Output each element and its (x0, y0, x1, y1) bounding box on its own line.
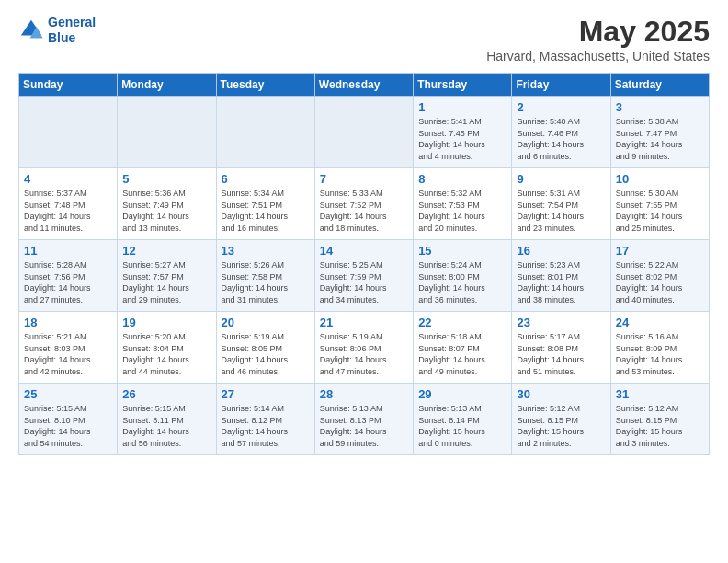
calendar-cell: 16Sunrise: 5:23 AM Sunset: 8:01 PM Dayli… (512, 240, 610, 312)
day-detail: Sunrise: 5:13 AM Sunset: 8:14 PM Dayligh… (418, 403, 506, 449)
day-detail: Sunrise: 5:30 AM Sunset: 7:55 PM Dayligh… (616, 188, 704, 234)
calendar-cell: 26Sunrise: 5:15 AM Sunset: 8:11 PM Dayli… (118, 384, 216, 455)
day-detail: Sunrise: 5:16 AM Sunset: 8:09 PM Dayligh… (616, 331, 704, 377)
day-detail: Sunrise: 5:28 AM Sunset: 7:56 PM Dayligh… (24, 259, 112, 305)
day-number: 11 (24, 244, 112, 258)
day-number: 6 (222, 172, 310, 186)
day-number: 19 (122, 316, 210, 329)
day-detail: Sunrise: 5:38 AM Sunset: 7:47 PM Dayligh… (616, 116, 704, 162)
calendar-week-4: 18Sunrise: 5:21 AM Sunset: 8:03 PM Dayli… (19, 312, 710, 384)
day-detail: Sunrise: 5:40 AM Sunset: 7:46 PM Dayligh… (517, 116, 605, 162)
day-detail: Sunrise: 5:21 AM Sunset: 8:03 PM Dayligh… (24, 331, 112, 377)
day-number: 25 (24, 387, 112, 401)
calendar-cell: 1Sunrise: 5:41 AM Sunset: 7:45 PM Daylig… (414, 97, 512, 168)
day-number: 27 (222, 387, 310, 401)
calendar-cell: 24Sunrise: 5:16 AM Sunset: 8:09 PM Dayli… (610, 312, 709, 384)
calendar-cell: 27Sunrise: 5:14 AM Sunset: 8:12 PM Dayli… (216, 384, 314, 455)
day-detail: Sunrise: 5:23 AM Sunset: 8:01 PM Dayligh… (517, 259, 605, 305)
col-tuesday: Tuesday (216, 74, 314, 97)
calendar-cell: 8Sunrise: 5:32 AM Sunset: 7:53 PM Daylig… (414, 168, 512, 240)
day-number: 7 (320, 172, 408, 186)
calendar-week-3: 11Sunrise: 5:28 AM Sunset: 7:56 PM Dayli… (19, 240, 710, 312)
page-container: General Blue May 2025 Harvard, Massachus… (0, 0, 728, 465)
calendar-cell: 28Sunrise: 5:13 AM Sunset: 8:13 PM Dayli… (314, 384, 413, 455)
day-number: 20 (222, 316, 310, 329)
calendar-cell (314, 97, 413, 168)
day-number: 31 (616, 387, 704, 401)
day-detail: Sunrise: 5:41 AM Sunset: 7:45 PM Dayligh… (418, 116, 506, 162)
logo-line1: General (48, 15, 96, 29)
day-number: 26 (122, 387, 210, 401)
day-number: 15 (418, 244, 506, 258)
calendar-cell: 19Sunrise: 5:20 AM Sunset: 8:04 PM Dayli… (118, 312, 216, 384)
day-detail: Sunrise: 5:12 AM Sunset: 8:15 PM Dayligh… (616, 403, 704, 449)
calendar-week-2: 4Sunrise: 5:37 AM Sunset: 7:48 PM Daylig… (19, 168, 710, 240)
day-detail: Sunrise: 5:31 AM Sunset: 7:54 PM Dayligh… (517, 188, 605, 234)
calendar-cell: 21Sunrise: 5:19 AM Sunset: 8:06 PM Dayli… (314, 312, 413, 384)
day-detail: Sunrise: 5:17 AM Sunset: 8:08 PM Dayligh… (517, 331, 605, 377)
col-thursday: Thursday (414, 74, 512, 97)
calendar-cell: 4Sunrise: 5:37 AM Sunset: 7:48 PM Daylig… (19, 168, 118, 240)
day-detail: Sunrise: 5:13 AM Sunset: 8:13 PM Dayligh… (320, 403, 408, 449)
day-number: 2 (517, 100, 605, 114)
day-number: 8 (418, 172, 506, 186)
day-number: 24 (616, 316, 704, 329)
calendar-week-5: 25Sunrise: 5:15 AM Sunset: 8:10 PM Dayli… (19, 384, 710, 455)
calendar-cell: 22Sunrise: 5:18 AM Sunset: 8:07 PM Dayli… (414, 312, 512, 384)
calendar-cell: 31Sunrise: 5:12 AM Sunset: 8:15 PM Dayli… (610, 384, 709, 455)
day-detail: Sunrise: 5:20 AM Sunset: 8:04 PM Dayligh… (122, 331, 210, 377)
day-detail: Sunrise: 5:22 AM Sunset: 8:02 PM Dayligh… (616, 259, 704, 305)
day-detail: Sunrise: 5:18 AM Sunset: 8:07 PM Dayligh… (418, 331, 506, 377)
day-number: 12 (122, 244, 210, 258)
day-number: 22 (418, 316, 506, 329)
calendar-table: Sunday Monday Tuesday Wednesday Thursday… (18, 73, 710, 455)
calendar-cell (118, 97, 216, 168)
calendar-cell: 10Sunrise: 5:30 AM Sunset: 7:55 PM Dayli… (610, 168, 709, 240)
calendar-cell: 9Sunrise: 5:31 AM Sunset: 7:54 PM Daylig… (512, 168, 610, 240)
calendar-cell: 17Sunrise: 5:22 AM Sunset: 8:02 PM Dayli… (610, 240, 709, 312)
day-number: 3 (616, 100, 704, 114)
calendar-cell: 20Sunrise: 5:19 AM Sunset: 8:05 PM Dayli… (216, 312, 314, 384)
calendar-cell: 2Sunrise: 5:40 AM Sunset: 7:46 PM Daylig… (512, 97, 610, 168)
day-number: 23 (517, 316, 605, 329)
day-number: 1 (418, 100, 506, 114)
day-number: 29 (418, 387, 506, 401)
day-detail: Sunrise: 5:15 AM Sunset: 8:10 PM Dayligh… (24, 403, 112, 449)
logo: General Blue (18, 15, 96, 46)
day-number: 5 (122, 172, 210, 186)
day-detail: Sunrise: 5:24 AM Sunset: 8:00 PM Dayligh… (418, 259, 506, 305)
day-number: 9 (517, 172, 605, 186)
col-sunday: Sunday (19, 74, 118, 97)
day-number: 10 (616, 172, 704, 186)
day-number: 14 (320, 244, 408, 258)
header-row: Sunday Monday Tuesday Wednesday Thursday… (19, 74, 710, 97)
calendar-cell (19, 97, 118, 168)
day-detail: Sunrise: 5:14 AM Sunset: 8:12 PM Dayligh… (222, 403, 310, 449)
day-detail: Sunrise: 5:15 AM Sunset: 8:11 PM Dayligh… (122, 403, 210, 449)
day-number: 21 (320, 316, 408, 329)
calendar-body: 1Sunrise: 5:41 AM Sunset: 7:45 PM Daylig… (19, 97, 710, 455)
month-title: May 2025 (486, 15, 710, 49)
day-number: 16 (517, 244, 605, 258)
day-number: 30 (517, 387, 605, 401)
calendar-cell: 23Sunrise: 5:17 AM Sunset: 8:08 PM Dayli… (512, 312, 610, 384)
day-detail: Sunrise: 5:36 AM Sunset: 7:49 PM Dayligh… (122, 188, 210, 234)
calendar-cell: 7Sunrise: 5:33 AM Sunset: 7:52 PM Daylig… (314, 168, 413, 240)
calendar-cell: 13Sunrise: 5:26 AM Sunset: 7:58 PM Dayli… (216, 240, 314, 312)
day-number: 13 (222, 244, 310, 258)
col-saturday: Saturday (610, 74, 709, 97)
logo-text: General Blue (48, 15, 96, 46)
calendar-cell: 29Sunrise: 5:13 AM Sunset: 8:14 PM Dayli… (414, 384, 512, 455)
calendar-cell: 30Sunrise: 5:12 AM Sunset: 8:15 PM Dayli… (512, 384, 610, 455)
calendar-week-1: 1Sunrise: 5:41 AM Sunset: 7:45 PM Daylig… (19, 97, 710, 168)
day-detail: Sunrise: 5:27 AM Sunset: 7:57 PM Dayligh… (122, 259, 210, 305)
col-wednesday: Wednesday (314, 74, 413, 97)
day-detail: Sunrise: 5:32 AM Sunset: 7:53 PM Dayligh… (418, 188, 506, 234)
day-detail: Sunrise: 5:26 AM Sunset: 7:58 PM Dayligh… (222, 259, 310, 305)
day-detail: Sunrise: 5:12 AM Sunset: 8:15 PM Dayligh… (517, 403, 605, 449)
day-detail: Sunrise: 5:34 AM Sunset: 7:51 PM Dayligh… (222, 188, 310, 234)
day-detail: Sunrise: 5:19 AM Sunset: 8:05 PM Dayligh… (222, 331, 310, 377)
day-detail: Sunrise: 5:25 AM Sunset: 7:59 PM Dayligh… (320, 259, 408, 305)
calendar-cell: 6Sunrise: 5:34 AM Sunset: 7:51 PM Daylig… (216, 168, 314, 240)
logo-icon (18, 17, 44, 43)
